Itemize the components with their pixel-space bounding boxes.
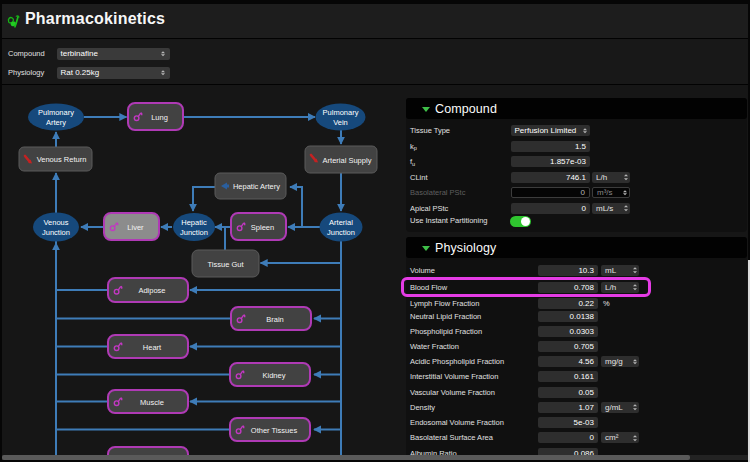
svg-text:Junction: Junction bbox=[42, 228, 70, 237]
svg-text:Lung: Lung bbox=[151, 113, 168, 122]
svg-text:Kidney: Kidney bbox=[263, 371, 286, 380]
svg-text:Artery: Artery bbox=[46, 118, 66, 127]
svg-text:Hepatic Artery: Hepatic Artery bbox=[233, 182, 280, 191]
svg-text:Other Tissues: Other Tissues bbox=[251, 426, 298, 435]
svg-text:Venous: Venous bbox=[43, 218, 68, 227]
svg-text:Arterial Supply: Arterial Supply bbox=[323, 156, 372, 165]
svg-text:Adipose: Adipose bbox=[138, 286, 165, 295]
svg-text:Muscle: Muscle bbox=[140, 398, 164, 407]
svg-text:Brain: Brain bbox=[266, 315, 284, 324]
svg-text:Hepatic: Hepatic bbox=[181, 218, 207, 227]
svg-text:Junction: Junction bbox=[180, 228, 208, 237]
svg-text:Heart: Heart bbox=[143, 343, 162, 352]
svg-text:Liver: Liver bbox=[127, 223, 144, 232]
svg-text:Venous Return: Venous Return bbox=[37, 155, 87, 164]
svg-text:Junction: Junction bbox=[327, 228, 355, 237]
svg-text:Spleen: Spleen bbox=[251, 223, 274, 232]
svg-text:Arterial: Arterial bbox=[329, 218, 353, 227]
svg-text:Vein: Vein bbox=[333, 118, 348, 127]
svg-text:Pulmonary: Pulmonary bbox=[38, 108, 74, 117]
svg-text:Tissue Gut: Tissue Gut bbox=[208, 260, 245, 269]
svg-text:Pulmonary: Pulmonary bbox=[323, 108, 359, 117]
